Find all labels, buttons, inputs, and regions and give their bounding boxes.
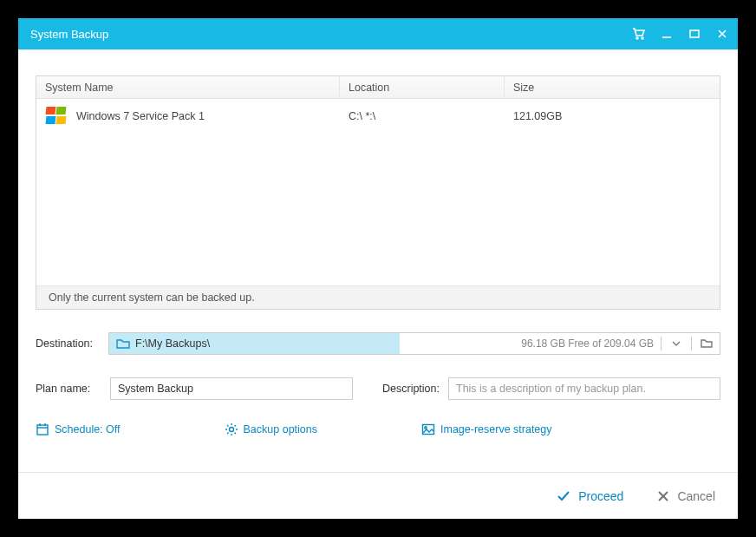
- cart-icon[interactable]: [632, 27, 646, 41]
- window-title: System Backup: [30, 28, 632, 41]
- image-icon: [421, 422, 435, 436]
- svg-point-0: [636, 37, 638, 39]
- table-body: Windows 7 Service Pack 1 C:\ *:\ 121.09G…: [36, 99, 720, 285]
- destination-path: F:\My Backups\: [135, 337, 210, 350]
- plan-row: Plan name: Description:: [36, 377, 720, 400]
- destination-freespace: 96.18 GB Free of 209.04 GB: [521, 337, 654, 350]
- backup-options-link[interactable]: Backup options: [225, 422, 317, 436]
- row-system-name: Windows 7 Service Pack 1: [76, 110, 205, 122]
- calendar-icon: [36, 422, 49, 436]
- check-icon: [556, 488, 571, 504]
- footer: Proceed Cancel: [18, 472, 738, 519]
- content-area: System Name Location Size Windows 7 Serv…: [18, 49, 738, 472]
- table-row[interactable]: Windows 7 Service Pack 1 C:\ *:\ 121.09G…: [36, 99, 720, 134]
- cancel-label: Cancel: [677, 489, 715, 503]
- cancel-button[interactable]: Cancel: [656, 489, 715, 503]
- folder-open-icon: [701, 338, 713, 349]
- description-input[interactable]: [448, 377, 720, 400]
- proceed-label: Proceed: [578, 489, 623, 503]
- titlebar: System Backup: [18, 18, 738, 49]
- browse-folder-button[interactable]: [699, 336, 714, 351]
- window-controls: [632, 27, 729, 41]
- destination-path-area[interactable]: F:\My Backups\: [109, 333, 400, 354]
- maximize-button[interactable]: [688, 27, 701, 41]
- header-size[interactable]: Size: [505, 76, 720, 98]
- close-button[interactable]: [715, 27, 729, 41]
- svg-rect-6: [37, 425, 48, 435]
- svg-point-10: [229, 428, 233, 432]
- schedule-link[interactable]: Schedule: Off: [36, 422, 121, 436]
- destination-row: Destination: F:\My Backups\ 96.18 GB Fre…: [36, 332, 720, 355]
- destination-info: 96.18 GB Free of 209.04 GB: [400, 336, 720, 351]
- table-header: System Name Location Size: [36, 76, 720, 99]
- image-reserve-link[interactable]: Image-reserve strategy: [421, 422, 552, 436]
- chevron-down-icon: [671, 338, 681, 349]
- header-location[interactable]: Location: [340, 76, 505, 98]
- gear-icon: [225, 422, 238, 436]
- svg-point-12: [425, 427, 427, 429]
- schedule-link-label: Schedule: Off: [55, 423, 121, 435]
- backup-options-label: Backup options: [244, 423, 317, 435]
- row-size: 121.09GB: [505, 110, 720, 122]
- image-reserve-label: Image-reserve strategy: [440, 423, 552, 435]
- close-icon: [656, 489, 670, 503]
- table-footer-note: Only the current system can be backed up…: [36, 285, 720, 309]
- destination-dropdown-button[interactable]: [668, 336, 684, 351]
- system-backup-window: System Backup System Name Location Size: [18, 18, 738, 519]
- row-location: C:\ *:\: [340, 110, 505, 122]
- destination-field: F:\My Backups\ 96.18 GB Free of 209.04 G…: [108, 332, 720, 355]
- folder-icon: [116, 337, 130, 350]
- svg-point-1: [642, 37, 643, 39]
- header-system-name[interactable]: System Name: [36, 76, 340, 98]
- plan-name-input[interactable]: [110, 377, 353, 400]
- plan-name-label: Plan name:: [36, 383, 101, 395]
- svg-rect-3: [690, 30, 699, 37]
- destination-label: Destination:: [36, 337, 101, 350]
- windows-logo-icon: [45, 106, 68, 127]
- system-table: System Name Location Size Windows 7 Serv…: [36, 75, 720, 310]
- proceed-button[interactable]: Proceed: [556, 488, 623, 504]
- options-link-row: Schedule: Off Backup options Image-reser…: [36, 422, 720, 436]
- minimize-button[interactable]: [660, 27, 674, 41]
- description-label: Description:: [382, 383, 440, 395]
